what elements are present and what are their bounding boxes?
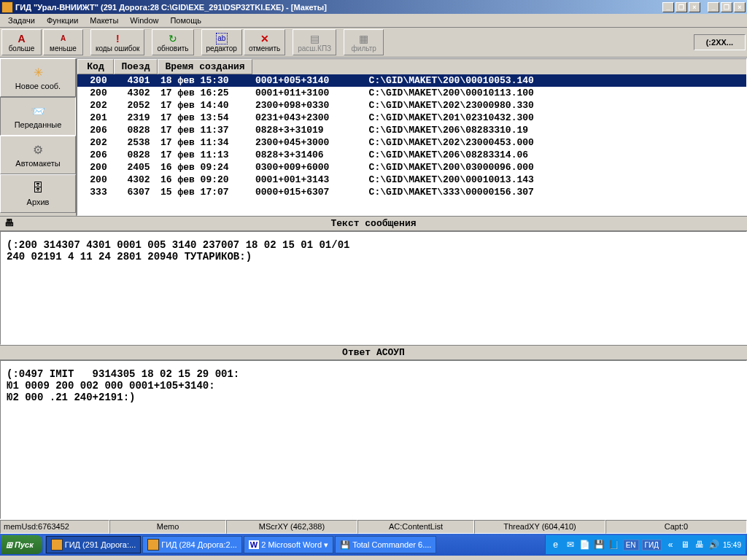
font-bigger-icon: A [16,33,28,44]
col-created[interactable]: Время создания [158,59,252,74]
start-button[interactable]: ⊞Пуск [1,535,42,554]
taskbar: ⊞Пуск ГИД (291 Дорога:...ГИД (284 Дорога… [0,534,747,556]
menu-window[interactable]: Window [125,15,163,26]
doc-icon: ▤ [309,33,320,44]
menu-tasks[interactable]: Задачи [3,15,40,26]
gid-indicator[interactable]: ГИД [642,540,662,551]
rasp-kpz-button: ▤расш.КПЗ [293,29,336,55]
reply-title-bar: Ответ АСОУП [0,345,747,360]
error-codes-button[interactable]: !коды ошибок [90,29,144,55]
table-row[interactable]: 201231917 фев 13:540231+043+2300 C:\GID\… [77,112,746,124]
table-row[interactable]: 200430216 фев 09:200001+001+3143 C:\GID\… [77,174,746,186]
tray-printer-icon[interactable]: 🖶 [694,539,705,551]
clock[interactable]: 15:49 [723,541,741,549]
reply-text[interactable]: (:0497 IMIT 9314305 18 02 15 29 001: Ю1 … [0,360,747,519]
minimize-button[interactable]: _ [708,2,719,12]
message-table[interactable]: Код Поезд Время создания 200430118 фев 1… [77,58,747,216]
tray-expand-icon[interactable]: « [665,539,676,551]
filter-icon: ▦ [358,33,370,44]
less-button[interactable]: Aменьше [43,29,83,55]
table-row[interactable]: 200430217 фев 16:250001+011+3100 C:\GID\… [77,87,746,99]
refresh-icon: ↻ [167,33,179,44]
cancel-button[interactable]: ✕отменить [244,29,285,55]
sparkle-icon: ✳ [29,65,47,79]
language-indicator[interactable]: EN [623,540,639,551]
status-mem: memUsd:6763452 [0,520,109,534]
more-button[interactable]: Aбольше [1,29,42,55]
restore-button[interactable]: ❐ [721,2,732,12]
archive-icon: 🗄 [29,181,47,195]
taskbar-item[interactable]: ГИД (291 Дорога:... [46,536,141,553]
tray-vol-icon[interactable]: 🔊 [708,539,720,551]
tray-book-icon[interactable]: 📘 [608,539,620,551]
mdi-restore-button[interactable]: ❐ [676,2,687,12]
message-text[interactable]: (:200 314307 4301 0001 005 3140 237007 1… [0,231,747,345]
table-header: Код Поезд Время создания [77,59,746,74]
side-auto[interactable]: ⚙Автомакеты [0,136,76,174]
system-tray: e ✉ 📄 💾 📘 EN ГИД « 🖥 🖶 🔊 15:49 [545,535,746,554]
tray-ie-icon[interactable]: e [550,539,562,551]
window-title: ГИД "Урал-ВНИИЖТ" (291 Дорога:28 C:\GID\… [15,3,662,12]
msg-title-bar: 🖶 Текст сообщения [0,216,747,231]
title-bar: ГИД "Урал-ВНИИЖТ" (291 Дорога:28 C:\GID\… [0,0,747,14]
editor-icon: ab [216,33,228,44]
col-code[interactable]: Код [77,59,114,74]
editor-button[interactable]: abредактор [201,29,242,55]
code-box[interactable]: (:2XX... [694,34,746,50]
col-train[interactable]: Поезд [114,59,158,74]
tray-doc-icon[interactable]: 📄 [579,539,591,551]
status-mscr: MScrXY (462,388) [226,520,357,534]
table-row[interactable]: 202253817 фев 11:342300+045+3000 C:\GID\… [77,136,746,149]
side-panel: ✳Новое сооб. 📨Переданные ⚙Автомакеты 🗄Ар… [0,58,77,216]
table-row[interactable]: 206082817 фев 11:130828+3+31406 C:\GID\M… [77,149,746,161]
mdi-minimize-button[interactable]: _ [662,2,674,12]
app-icon [1,1,13,13]
side-sent[interactable]: 📨Переданные [0,97,76,136]
refresh-button[interactable]: ↻обновить [152,29,193,55]
exclaim-icon: ! [112,33,123,44]
mdi-close-button[interactable]: × [689,2,700,12]
filter-button: ▦фильтр [344,29,384,55]
font-smaller-icon: A [58,33,69,44]
table-row[interactable]: 200430118 фев 15:300001+005+3140 C:\GID\… [77,74,746,87]
taskbar-item[interactable]: ГИД (284 Дорога:2... [142,536,242,553]
menu-bar: Задачи Функции Макеты Window Помощь [0,14,747,28]
side-new-msg[interactable]: ✳Новое сооб. [0,58,76,97]
table-row[interactable]: 202205217 фев 14:402300+098+0330 C:\GID\… [77,99,746,112]
taskbar-item[interactable]: 💾Total Commander 6.... [335,536,436,553]
menu-help[interactable]: Помощь [165,15,206,26]
cancel-icon: ✕ [259,33,271,44]
close-button[interactable]: × [734,2,746,12]
print-icon[interactable]: 🖶 [1,218,16,229]
side-archive[interactable]: 🗄Архив [0,174,76,213]
status-ac: AC:ContentList [357,520,474,534]
table-row[interactable]: 206082817 фев 11:370828+3+31019 C:\GID\M… [77,124,746,136]
tray-save-icon[interactable]: 💾 [594,539,605,551]
sent-icon: 📨 [29,104,47,118]
status-capt: Capt:0 [605,520,747,534]
tray-mail-icon[interactable]: ✉ [565,539,576,551]
table-row[interactable]: 200240516 фев 09:240300+009+6000 C:\GID\… [77,161,746,174]
menu-templates[interactable]: Макеты [85,15,123,26]
menu-functions[interactable]: Функции [42,15,83,26]
tray-monitor-icon[interactable]: 🖥 [679,539,691,551]
gear-icon: ⚙ [29,142,47,157]
table-row[interactable]: 333630715 фев 17:070000+015+6307 C:\GID\… [77,186,746,198]
status-thread: ThreadXY (604,410) [474,520,605,534]
status-bar: memUsd:6763452 Memo MScrXY (462,388) AC:… [0,519,747,534]
windows-icon: ⊞ [6,540,12,550]
status-memo: Memo [109,520,226,534]
taskbar-item[interactable]: W2 Microsoft Word▾ [244,536,333,553]
toolbar: Aбольше Aменьше !коды ошибок ↻обновить a… [0,28,747,58]
